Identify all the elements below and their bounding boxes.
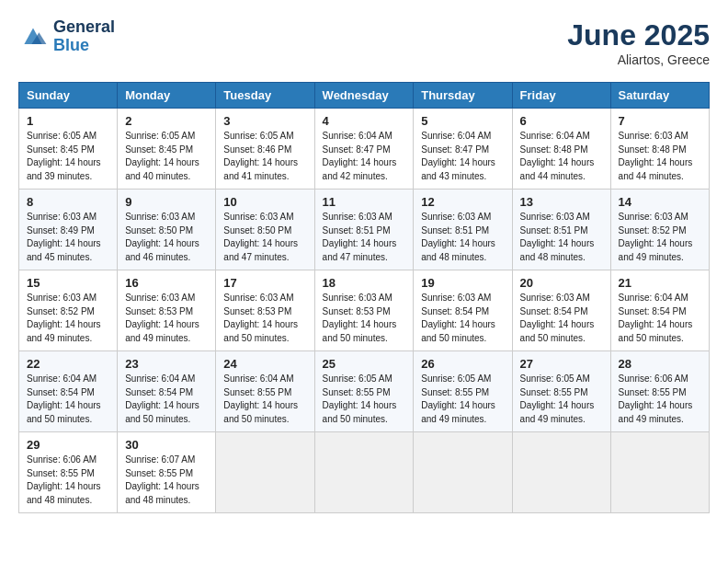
day-number: 23 bbox=[125, 357, 208, 371]
day-info: Sunrise: 6:04 AMSunset: 8:47 PMDaylight:… bbox=[323, 131, 397, 181]
table-row: 29 Sunrise: 6:06 AMSunset: 8:55 PMDaylig… bbox=[19, 432, 118, 513]
calendar-week-row: 8 Sunrise: 6:03 AMSunset: 8:49 PMDayligh… bbox=[19, 190, 710, 270]
day-info: Sunrise: 6:06 AMSunset: 8:55 PMDaylight:… bbox=[27, 454, 101, 505]
day-number: 21 bbox=[619, 276, 701, 290]
day-number: 20 bbox=[520, 276, 603, 290]
table-row: 16 Sunrise: 6:03 AMSunset: 8:53 PMDaylig… bbox=[118, 270, 216, 351]
day-number: 14 bbox=[619, 195, 701, 209]
day-info: Sunrise: 6:04 AMSunset: 8:54 PMDaylight:… bbox=[619, 293, 693, 343]
day-info: Sunrise: 6:04 AMSunset: 8:54 PMDaylight:… bbox=[125, 373, 199, 424]
day-info: Sunrise: 6:05 AMSunset: 8:45 PMDaylight:… bbox=[27, 131, 101, 181]
day-info: Sunrise: 6:03 AMSunset: 8:53 PMDaylight:… bbox=[323, 293, 397, 343]
day-info: Sunrise: 6:03 AMSunset: 8:51 PMDaylight:… bbox=[421, 212, 495, 262]
table-row: 25 Sunrise: 6:05 AMSunset: 8:55 PMDaylig… bbox=[314, 351, 414, 432]
col-friday: Friday bbox=[512, 83, 610, 109]
calendar-week-row: 22 Sunrise: 6:04 AMSunset: 8:54 PMDaylig… bbox=[19, 351, 710, 432]
table-row: 24 Sunrise: 6:04 AMSunset: 8:55 PMDaylig… bbox=[216, 351, 314, 432]
table-row bbox=[512, 432, 610, 513]
day-info: Sunrise: 6:03 AMSunset: 8:50 PMDaylight:… bbox=[125, 212, 199, 262]
day-number: 29 bbox=[27, 438, 109, 452]
day-info: Sunrise: 6:05 AMSunset: 8:55 PMDaylight:… bbox=[520, 373, 595, 424]
col-saturday: Saturday bbox=[610, 83, 709, 109]
day-number: 11 bbox=[323, 195, 406, 209]
calendar-header-row: Sunday Monday Tuesday Wednesday Thursday… bbox=[19, 83, 710, 109]
day-number: 13 bbox=[520, 195, 603, 209]
table-row: 21 Sunrise: 6:04 AMSunset: 8:54 PMDaylig… bbox=[610, 270, 709, 351]
calendar-week-row: 15 Sunrise: 6:03 AMSunset: 8:52 PMDaylig… bbox=[19, 270, 710, 351]
day-info: Sunrise: 6:03 AMSunset: 8:52 PMDaylight:… bbox=[619, 212, 693, 262]
day-number: 19 bbox=[421, 276, 504, 290]
day-info: Sunrise: 6:04 AMSunset: 8:54 PMDaylight:… bbox=[27, 373, 101, 424]
table-row: 6 Sunrise: 6:04 AMSunset: 8:48 PMDayligh… bbox=[512, 109, 610, 190]
logo-text: General Blue bbox=[53, 18, 115, 55]
day-number: 24 bbox=[223, 357, 306, 371]
day-info: Sunrise: 6:05 AMSunset: 8:55 PMDaylight:… bbox=[323, 373, 397, 424]
table-row: 11 Sunrise: 6:03 AMSunset: 8:51 PMDaylig… bbox=[314, 190, 414, 270]
day-number: 8 bbox=[27, 195, 109, 209]
day-info: Sunrise: 6:04 AMSunset: 8:55 PMDaylight:… bbox=[223, 373, 298, 424]
table-row: 28 Sunrise: 6:06 AMSunset: 8:55 PMDaylig… bbox=[610, 351, 709, 432]
table-row: 19 Sunrise: 6:03 AMSunset: 8:54 PMDaylig… bbox=[414, 270, 512, 351]
day-info: Sunrise: 6:03 AMSunset: 8:51 PMDaylight:… bbox=[323, 212, 397, 262]
day-number: 30 bbox=[125, 438, 208, 452]
table-row: 23 Sunrise: 6:04 AMSunset: 8:54 PMDaylig… bbox=[118, 351, 216, 432]
col-sunday: Sunday bbox=[19, 83, 118, 109]
location-title: Aliartos, Greece bbox=[567, 52, 710, 67]
logo-line1: General bbox=[53, 17, 115, 36]
table-row bbox=[314, 432, 414, 513]
day-number: 7 bbox=[619, 114, 701, 128]
table-row bbox=[610, 432, 709, 513]
calendar-week-row: 29 Sunrise: 6:06 AMSunset: 8:55 PMDaylig… bbox=[19, 432, 710, 513]
day-info: Sunrise: 6:03 AMSunset: 8:48 PMDaylight:… bbox=[619, 131, 693, 181]
day-number: 27 bbox=[520, 357, 603, 371]
day-info: Sunrise: 6:03 AMSunset: 8:49 PMDaylight:… bbox=[27, 212, 101, 262]
day-number: 3 bbox=[223, 114, 306, 128]
table-row: 15 Sunrise: 6:03 AMSunset: 8:52 PMDaylig… bbox=[19, 270, 118, 351]
logo-icon bbox=[18, 22, 48, 52]
day-number: 9 bbox=[125, 195, 208, 209]
day-info: Sunrise: 6:05 AMSunset: 8:45 PMDaylight:… bbox=[125, 131, 199, 181]
table-row: 30 Sunrise: 6:07 AMSunset: 8:55 PMDaylig… bbox=[118, 432, 216, 513]
day-number: 12 bbox=[421, 195, 504, 209]
col-monday: Monday bbox=[118, 83, 216, 109]
table-row: 14 Sunrise: 6:03 AMSunset: 8:52 PMDaylig… bbox=[610, 190, 709, 270]
table-row: 20 Sunrise: 6:03 AMSunset: 8:54 PMDaylig… bbox=[512, 270, 610, 351]
table-row: 18 Sunrise: 6:03 AMSunset: 8:53 PMDaylig… bbox=[314, 270, 414, 351]
day-number: 28 bbox=[619, 357, 701, 371]
table-row: 27 Sunrise: 6:05 AMSunset: 8:55 PMDaylig… bbox=[512, 351, 610, 432]
table-row: 9 Sunrise: 6:03 AMSunset: 8:50 PMDayligh… bbox=[118, 190, 216, 270]
day-number: 5 bbox=[421, 114, 504, 128]
day-info: Sunrise: 6:04 AMSunset: 8:47 PMDaylight:… bbox=[421, 131, 495, 181]
col-tuesday: Tuesday bbox=[216, 83, 314, 109]
day-number: 17 bbox=[223, 276, 306, 290]
table-row bbox=[216, 432, 314, 513]
calendar-table: Sunday Monday Tuesday Wednesday Thursday… bbox=[18, 82, 710, 513]
title-block: June 2025 Aliartos, Greece bbox=[567, 18, 710, 67]
table-row: 3 Sunrise: 6:05 AMSunset: 8:46 PMDayligh… bbox=[216, 109, 314, 190]
day-info: Sunrise: 6:03 AMSunset: 8:54 PMDaylight:… bbox=[520, 293, 595, 343]
day-info: Sunrise: 6:03 AMSunset: 8:50 PMDaylight:… bbox=[223, 212, 298, 262]
col-thursday: Thursday bbox=[414, 83, 512, 109]
logo-line2: Blue bbox=[53, 36, 89, 54]
logo: General Blue bbox=[18, 18, 115, 55]
table-row: 5 Sunrise: 6:04 AMSunset: 8:47 PMDayligh… bbox=[414, 109, 512, 190]
day-info: Sunrise: 6:04 AMSunset: 8:48 PMDaylight:… bbox=[520, 131, 595, 181]
day-number: 2 bbox=[125, 114, 208, 128]
day-number: 25 bbox=[323, 357, 406, 371]
table-row bbox=[414, 432, 512, 513]
day-number: 6 bbox=[520, 114, 603, 128]
table-row: 4 Sunrise: 6:04 AMSunset: 8:47 PMDayligh… bbox=[314, 109, 414, 190]
day-number: 16 bbox=[125, 276, 208, 290]
col-wednesday: Wednesday bbox=[314, 83, 414, 109]
day-info: Sunrise: 6:05 AMSunset: 8:46 PMDaylight:… bbox=[223, 131, 298, 181]
month-title: June 2025 bbox=[567, 18, 710, 52]
page-header: General Blue June 2025 Aliartos, Greece bbox=[18, 18, 710, 67]
day-info: Sunrise: 6:06 AMSunset: 8:55 PMDaylight:… bbox=[619, 373, 693, 424]
table-row: 26 Sunrise: 6:05 AMSunset: 8:55 PMDaylig… bbox=[414, 351, 512, 432]
day-number: 22 bbox=[27, 357, 109, 371]
day-number: 26 bbox=[421, 357, 504, 371]
day-info: Sunrise: 6:03 AMSunset: 8:53 PMDaylight:… bbox=[223, 293, 298, 343]
table-row: 2 Sunrise: 6:05 AMSunset: 8:45 PMDayligh… bbox=[118, 109, 216, 190]
table-row: 13 Sunrise: 6:03 AMSunset: 8:51 PMDaylig… bbox=[512, 190, 610, 270]
day-number: 15 bbox=[27, 276, 109, 290]
